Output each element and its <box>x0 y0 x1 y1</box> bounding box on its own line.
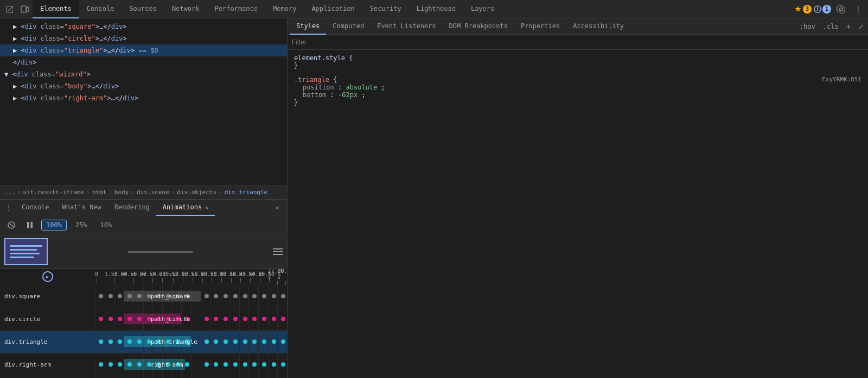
pause-icon[interactable] <box>23 218 37 232</box>
anim-row[interactable]: div.right-handright_hand <box>0 376 287 379</box>
more-icon[interactable]: ⋮ <box>851 2 866 17</box>
tab-memory[interactable]: Memory <box>265 0 304 18</box>
style-tab-computed[interactable]: Computed <box>326 18 371 35</box>
style-source[interactable]: ExyYRMK:851 <box>822 76 861 83</box>
tab-console[interactable]: Console <box>79 0 122 18</box>
tree-line[interactable]: ▶ <div class="square">…</div> <box>0 21 287 33</box>
tab-elements[interactable]: Elements <box>33 0 79 18</box>
tab-network[interactable]: Network <box>164 0 207 18</box>
breadcrumb-current[interactable]: div.triangle <box>225 189 267 196</box>
tree-line[interactable]: ▶ <div class="right-arm">…</div> <box>0 92 287 104</box>
anim-dot <box>243 317 247 321</box>
elements-tree[interactable]: ▶ <div class="square">…</div> ▶ <div cla… <box>0 18 287 185</box>
ruler-play-button[interactable]: ▶ <box>42 271 53 282</box>
grid-line <box>220 331 220 353</box>
tab-whats-new[interactable]: What's New <box>56 200 108 216</box>
preview-line-4 <box>10 257 34 258</box>
anim-row[interactable]: div.trianglepath_triangle <box>0 331 287 354</box>
tab-security[interactable]: Security <box>362 0 409 18</box>
tab-performance[interactable]: Performance <box>207 0 265 18</box>
style-tab-event-listeners[interactable]: Event Listeners <box>371 18 442 35</box>
close-animations-tab[interactable]: ✕ <box>205 204 208 210</box>
filter-input[interactable] <box>292 39 864 46</box>
grid-line <box>95 376 95 379</box>
breadcrumb-item[interactable]: div.scene <box>137 189 169 196</box>
breadcrumb-item[interactable]: html <box>92 189 107 196</box>
clear-icon[interactable] <box>4 218 18 232</box>
add-style-rule-icon[interactable]: + <box>844 21 853 32</box>
filter-bar <box>288 35 868 50</box>
grid-line <box>229 354 230 376</box>
tab-animations[interactable]: Animations ✕ <box>156 200 215 216</box>
style-tab-right: :hov .cls + ⤢ <box>797 21 866 32</box>
tree-line-selected[interactable]: ▶ <div class="triangle">…</div> == $0 <box>0 44 287 56</box>
anim-dot <box>137 294 142 298</box>
style-prop-position: position : absolute ; <box>294 84 861 91</box>
info-badge: 1 <box>822 5 831 14</box>
ruler-mark: 0 <box>95 271 98 283</box>
device-icon[interactable] <box>17 2 33 17</box>
grid-line <box>95 354 95 376</box>
grid-line <box>95 285 95 307</box>
style-tab-properties[interactable]: Properties <box>514 18 566 35</box>
tree-line[interactable]: ▼ <div class="wizard"> <box>0 68 287 80</box>
grid-line <box>191 308 192 330</box>
anim-dot <box>127 317 132 321</box>
anim-dot <box>137 339 142 344</box>
grid-line <box>133 376 134 379</box>
grid-line <box>277 354 278 376</box>
anim-label-text: path_square <box>151 293 190 300</box>
grid-line <box>220 376 220 379</box>
tab-lighthouse[interactable]: Lighthouse <box>409 0 463 18</box>
inspect-icon[interactable] <box>2 2 17 17</box>
hov-button[interactable]: :hov <box>797 22 818 31</box>
animation-preview-box[interactable] <box>4 238 48 265</box>
anim-dot <box>281 362 285 367</box>
grid-line <box>248 354 249 376</box>
breadcrumb-item[interactable]: ... <box>4 189 15 196</box>
tree-line[interactable]: ▶ <div class="body">…</div> <box>0 80 287 92</box>
tab-sources[interactable]: Sources <box>122 0 164 18</box>
speed-25[interactable]: 25% <box>71 220 92 230</box>
close-bottom-panel-icon[interactable]: ✕ <box>270 200 285 215</box>
anim-dot <box>108 294 113 298</box>
grid-line <box>210 376 210 379</box>
speed-100[interactable]: 100% <box>41 220 67 230</box>
style-tab-styles[interactable]: Styles <box>290 18 326 35</box>
grid-line <box>220 308 220 330</box>
tree-line[interactable]: </div> <box>0 56 287 68</box>
tab-rendering[interactable]: Rendering <box>108 200 156 216</box>
preview-line-2 <box>10 249 37 251</box>
style-tab-dom-breakpoints[interactable]: DOM Breakpoints <box>443 18 514 35</box>
tab-application[interactable]: Application <box>304 0 362 18</box>
grid-line <box>229 285 230 307</box>
style-tab-accessibility[interactable]: Accessibility <box>566 18 630 35</box>
anim-dot <box>127 294 132 298</box>
triangle-rule-close: } <box>294 99 861 106</box>
tab-console-bottom[interactable]: Console <box>15 200 56 216</box>
anim-row[interactable]: div.circlepath_circle <box>0 308 287 331</box>
settings-icon[interactable] <box>833 2 848 17</box>
tab-layers[interactable]: Layers <box>463 0 502 18</box>
anim-dot <box>224 294 228 298</box>
breadcrumb-item[interactable]: div.objects <box>177 189 216 196</box>
tree-line[interactable]: ▶ <div class="circle">…</div> <box>0 33 287 44</box>
breadcrumb-item[interactable]: body <box>114 189 129 196</box>
expand-styles-icon[interactable]: ⤢ <box>856 22 866 31</box>
anim-dot <box>118 339 122 344</box>
warning-badge: 3 <box>803 5 812 14</box>
speed-10[interactable]: 10% <box>96 220 117 230</box>
grid-line <box>105 376 105 379</box>
anim-row[interactable]: div.squarepath_square <box>0 285 287 308</box>
breadcrumb-item[interactable]: ult.result-iframe <box>23 189 85 196</box>
style-prop-bottom: bottom : -62px ; <box>294 91 861 99</box>
panel-menu-icon[interactable]: ⋮ <box>2 200 15 216</box>
grid-line <box>162 376 163 379</box>
preview-hamburger-icon[interactable] <box>273 248 283 255</box>
anim-dot <box>233 294 238 298</box>
grid-line <box>258 308 259 330</box>
grid-line <box>114 308 114 330</box>
anim-row[interactable]: div.right-armright arm <box>0 354 287 376</box>
anim-row-label: div.right-arm <box>0 361 95 368</box>
cls-button[interactable]: .cls <box>821 22 841 31</box>
